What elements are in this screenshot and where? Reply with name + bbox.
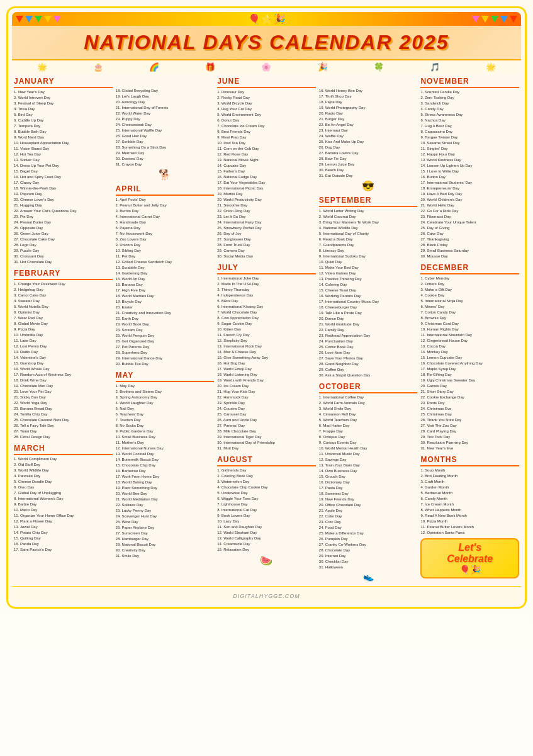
november-days: 1. Scented Candle Day 2. Zero Tasking Da… <box>420 89 519 259</box>
march-continued: 18. Global Recycling Day19. Let's Laugh … <box>116 88 215 181</box>
april-title: APRIL <box>116 184 215 196</box>
december-days: 1. Cyber Monday2. Fritters Day 3. Make a… <box>420 276 519 451</box>
month-september: SEPTEMBER 1. World Letter Writing Day 2.… <box>319 196 418 378</box>
march-days: 1. World Compliment Day2. Old Stuff Day … <box>14 456 113 553</box>
month-november: NOVEMBER 1. Scented Candle Day 2. Zero T… <box>420 77 519 259</box>
months-days: 1. Soup Month 2. Bird Feeding Month 3. C… <box>420 468 519 536</box>
deco-emoji-1: 🌟 <box>37 62 47 72</box>
december-title: DECEMBER <box>420 263 519 274</box>
month-august: AUGUST 1. Girlfriends Day2. Coloring Boo… <box>217 455 316 567</box>
june-overflow: 16. World Honey Bee Day 17. Thrift Shop … <box>319 88 418 192</box>
deco-emoji-7: 🍀 <box>374 62 384 72</box>
may-title: MAY <box>116 371 215 382</box>
month-june: JUNE 1. Dinosaur Day2. Rocky Road Day 3.… <box>217 77 316 259</box>
april-days: 1. April Fools' Day 2. Peanut Butter and… <box>116 197 215 367</box>
month-march: MARCH 1. World Compliment Day2. Old Stuf… <box>14 444 113 553</box>
september-title: SEPTEMBER <box>319 196 418 207</box>
august-title: AUGUST <box>217 455 316 466</box>
pennants-left <box>16 16 61 23</box>
month-february: FEBRUARY 1. Change Your Password Day2. H… <box>14 269 113 440</box>
month-may: MAY 1. May Day 2. Brothers and Sisters D… <box>116 371 215 559</box>
february-days: 1. Change Your Password Day2. Hedgehog D… <box>14 281 113 440</box>
col-4: 16. World Honey Bee Day 17. Thrift Shop … <box>319 77 418 583</box>
month-april: APRIL 1. April Fools' Day 2. Peanut Butt… <box>116 184 215 367</box>
months-title: MONTHS <box>420 455 519 466</box>
july-title: JULY <box>217 263 316 274</box>
june-days: 1. Dinosaur Day2. Rocky Road Day 3. Worl… <box>217 89 316 259</box>
deco-emoji-9: 🌟 <box>486 62 496 72</box>
month-december: DECEMBER 1. Cyber Monday2. Fritters Day … <box>420 263 519 451</box>
celebrate-text: Let'sCelebrate <box>424 542 515 565</box>
october-title: OCTOBER <box>319 382 418 393</box>
website-footer: DIGITALHYGGE.COM <box>233 593 300 599</box>
col-3: JUNE 1. Dinosaur Day2. Rocky Road Day 3.… <box>217 77 316 583</box>
october-days: 1. International Coffee Day 2. World Far… <box>319 395 418 570</box>
col-2: 18. Global Recycling Day19. Let's Laugh … <box>116 77 215 583</box>
pennants-right <box>472 16 517 23</box>
deco-emoji-8: 🎵 <box>430 62 440 72</box>
month-july: JULY 1. International Joke Day 2. Made I… <box>217 263 316 451</box>
november-title: NOVEMBER <box>420 77 519 88</box>
january-days: 1. New Year's Day2. World Introvert Day3… <box>14 89 113 265</box>
deco-emoji-6: 🎉 <box>318 62 328 72</box>
page-title: NATIONAL DAYS CALENDAR 2025 <box>14 31 519 54</box>
deco-emoji-4: 🎁 <box>205 62 215 72</box>
page: 🎈🌟🎉 NATIONAL DAYS CALENDAR 2025 🌟 🎂 🌈 🎁 … <box>0 0 533 756</box>
march-title: MARCH <box>14 444 113 455</box>
outer-wrapper: 🎈🌟🎉 NATIONAL DAYS CALENDAR 2025 🌟 🎂 🌈 🎁 … <box>6 6 527 609</box>
month-january: JANUARY 1. New Year's Day2. World Introv… <box>14 77 113 265</box>
deco-emoji-3: 🌈 <box>149 62 159 72</box>
february-title: FEBRUARY <box>14 269 113 280</box>
deco-emoji-5: 🌸 <box>261 62 271 72</box>
january-title: JANUARY <box>14 77 113 88</box>
months-section: MONTHS 1. Soup Month 2. Bird Feeding Mon… <box>420 455 519 578</box>
col-1: JANUARY 1. New Year's Day2. World Introv… <box>14 77 113 583</box>
june-title: JUNE <box>217 77 316 88</box>
month-october: OCTOBER 1. International Coffee Day 2. W… <box>319 382 418 582</box>
col-5: NOVEMBER 1. Scented Candle Day 2. Zero T… <box>420 77 519 583</box>
september-days: 1. World Letter Writing Day 2. World Coc… <box>319 208 418 378</box>
may-days: 1. May Day 2. Brothers and Sisters Day 3… <box>116 383 215 559</box>
june-overflow-days: 16. World Honey Bee Day 17. Thrift Shop … <box>319 88 418 179</box>
deco-emoji-2: 🎂 <box>93 62 103 72</box>
august-days: 1. Girlfriends Day2. Coloring Book Day 3… <box>217 468 316 553</box>
march-cont-days: 18. Global Recycling Day19. Let's Laugh … <box>116 88 215 167</box>
july-days: 1. International Joke Day 2. Made In The… <box>217 276 316 451</box>
